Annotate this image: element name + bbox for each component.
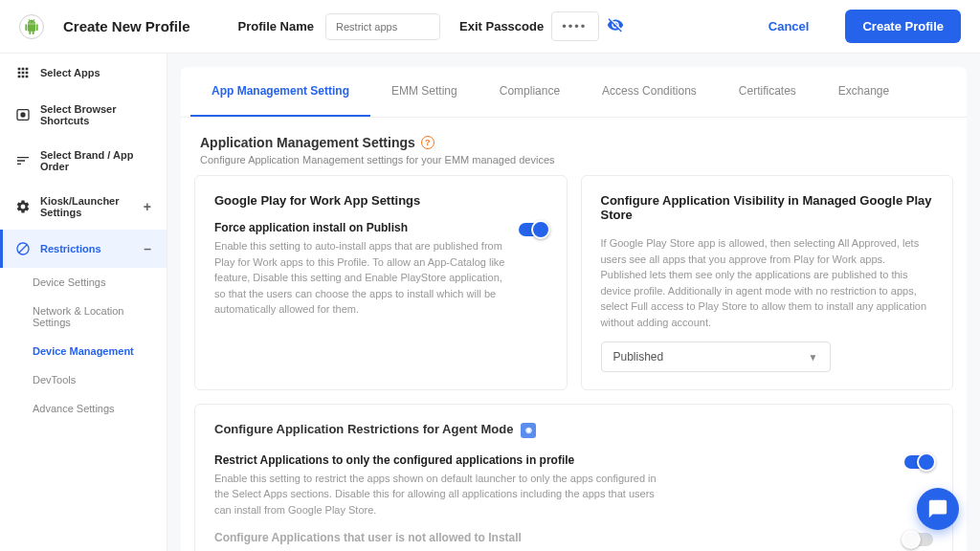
sidebar-sub-devtools[interactable]: DevTools	[0, 365, 167, 394]
card-title: Google Play for Work App Settings	[214, 193, 547, 208]
restrict-apps-desc: Enable this setting to restrict the apps…	[214, 471, 664, 518]
exit-passcode-label: Exit Passcode	[459, 19, 544, 33]
tab-compliance[interactable]: Compliance	[479, 67, 581, 117]
sidebar-item-browser-shortcuts[interactable]: Select Browser Shortcuts	[0, 92, 167, 138]
chevron-down-icon: ▼	[809, 352, 818, 363]
create-profile-button[interactable]: Create Profile	[845, 10, 961, 43]
sort-icon	[15, 153, 31, 168]
main-content: App Management Setting EMM Setting Compl…	[167, 54, 980, 551]
block-icon	[15, 241, 31, 256]
tab-emm[interactable]: EMM Setting	[370, 67, 479, 117]
restrict-apps-toggle[interactable]	[904, 455, 933, 469]
visibility-off-icon[interactable]	[607, 16, 624, 36]
expand-icon[interactable]: +	[144, 199, 151, 214]
card-title: Configure Application Visibility in Mana…	[601, 193, 934, 222]
page-title: Create New Profile	[63, 18, 190, 34]
setting-title: Force application install on Publish	[214, 221, 505, 234]
disallowed-title: Configure Applications that user is not …	[214, 531, 664, 544]
tab-certs[interactable]: Certificates	[718, 67, 817, 117]
sidebar-sub-network[interactable]: Network & Location Settings	[0, 297, 167, 337]
section-title: Application Management Settings	[200, 135, 415, 150]
sidebar-item-label: Restrictions	[40, 243, 101, 254]
sidebar-item-label: Select Apps	[40, 67, 100, 78]
sidebar-item-label: Select Browser Shortcuts	[40, 103, 151, 126]
sidebar-item-label: Kiosk/Launcher Settings	[40, 195, 134, 218]
force-install-toggle[interactable]	[519, 223, 547, 236]
select-value: Published	[613, 350, 664, 364]
disallowed-toggle[interactable]	[904, 533, 933, 546]
setting-desc: Enable this setting to auto-install apps…	[214, 238, 505, 318]
exit-passcode-field: Exit Passcode ••••	[459, 11, 624, 41]
sidebar-sub-device-mgmt[interactable]: Device Management	[0, 337, 167, 365]
android-logo-icon	[19, 14, 44, 39]
sidebar-sub-device-settings[interactable]: Device Settings	[0, 268, 167, 297]
sidebar: Select Apps Select Browser Shortcuts Sel…	[0, 54, 167, 551]
top-bar: Create New Profile Profile Name Exit Pas…	[0, 0, 980, 54]
section-header: Application Management Settings ? Config…	[181, 118, 967, 175]
card-title: Configure Application Restrictions for A…	[214, 422, 513, 436]
profile-name-field: Profile Name	[238, 13, 440, 40]
help-icon[interactable]: ?	[421, 136, 434, 149]
exit-passcode-input[interactable]: ••••	[551, 11, 599, 41]
profile-name-input[interactable]	[325, 13, 440, 40]
restrict-apps-title: Restrict Applications to only the config…	[214, 453, 664, 467]
card-play-for-work: Google Play for Work App Settings Force …	[194, 175, 568, 390]
card-desc: If Google Play Store app is allowed, the…	[601, 235, 934, 330]
card-agent-restrictions: Configure Application Restrictions for A…	[194, 404, 953, 551]
tab-exchange[interactable]: Exchange	[817, 67, 910, 117]
section-subtitle: Configure Application Management setting…	[200, 154, 947, 165]
sidebar-item-label: Select Brand / App Order	[40, 149, 151, 172]
sidebar-sub-advance[interactable]: Advance Settings	[0, 394, 167, 423]
settings-icon	[15, 199, 31, 214]
visibility-select[interactable]: Published ▼	[601, 342, 831, 372]
tab-access[interactable]: Access Conditions	[581, 67, 718, 117]
sidebar-item-kiosk[interactable]: Kiosk/Launcher Settings +	[0, 184, 167, 230]
tab-bar: App Management Setting EMM Setting Compl…	[181, 67, 967, 118]
apps-icon	[15, 65, 31, 80]
collapse-icon[interactable]: –	[144, 241, 151, 256]
sidebar-item-select-apps[interactable]: Select Apps	[0, 54, 167, 92]
sidebar-item-brand-order[interactable]: Select Brand / App Order	[0, 138, 167, 184]
cancel-button[interactable]: Cancel	[768, 19, 810, 33]
chat-fab[interactable]	[917, 488, 959, 530]
browser-icon	[15, 107, 31, 122]
agent-icon	[521, 423, 536, 438]
profile-name-label: Profile Name	[238, 19, 314, 33]
card-visibility: Configure Application Visibility in Mana…	[581, 175, 954, 390]
tab-app-mgmt[interactable]: App Management Setting	[190, 67, 370, 117]
svg-point-1	[21, 113, 25, 117]
panel: App Management Setting EMM Setting Compl…	[181, 67, 967, 551]
sidebar-item-restrictions[interactable]: Restrictions –	[0, 230, 167, 268]
